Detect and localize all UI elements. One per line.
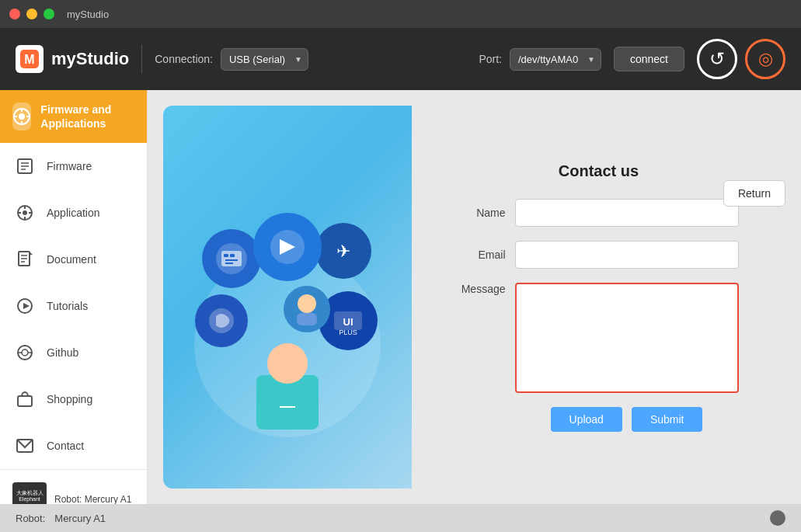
firmware-icon	[12, 154, 37, 179]
firmware-label: Firmware	[47, 160, 92, 172]
sidebar-item-document[interactable]: Document	[0, 236, 147, 283]
application-icon	[12, 200, 37, 225]
minimize-button[interactable]	[26, 9, 37, 19]
header: M myStudio Connection: USB (Serial) USB …	[0, 28, 801, 90]
port-label: Port:	[479, 53, 502, 65]
message-textarea-wrapper	[515, 283, 739, 393]
app-container: M myStudio Connection: USB (Serial) USB …	[0, 28, 801, 532]
svg-rect-37	[224, 254, 228, 257]
body-layout: Firmware and Applications Firmware	[0, 90, 801, 504]
tutorials-label: Tutorials	[47, 300, 88, 312]
contact-form-area: Contact us Name Email Message	[412, 106, 785, 489]
settings-icon: ◎	[758, 49, 773, 69]
message-row: Message	[459, 283, 739, 393]
connection-select[interactable]: USB (Serial) USB Bluetooth Network	[221, 48, 308, 71]
logo-icon: M	[16, 45, 44, 73]
card-illustration-area: —	[163, 106, 412, 489]
document-label: Document	[47, 253, 96, 266]
status-bar: Robot: Mercury A1	[0, 504, 801, 532]
sidebar-item-github[interactable]: Github	[0, 329, 147, 376]
connect-button[interactable]: connect	[614, 47, 684, 71]
github-label: Github	[47, 346, 78, 359]
email-input[interactable]	[515, 241, 739, 269]
port-area: Port: /dev/ttyAMA0 /dev/ttyUSB0 COM1 COM…	[479, 48, 601, 71]
svg-rect-54	[297, 313, 317, 325]
brand-text: 大象机器人ElephantRobotics	[16, 490, 44, 504]
sidebar: Firmware and Applications Firmware	[0, 90, 148, 504]
sidebar-item-application[interactable]: Application	[0, 190, 147, 236]
logo-area: M myStudio	[16, 45, 142, 73]
titlebar: myStudio	[0, 0, 801, 28]
application-label: Application	[47, 207, 100, 219]
sidebar-item-shopping[interactable]: Shopping	[0, 376, 147, 422]
document-icon	[12, 247, 37, 272]
return-button[interactable]: Return	[723, 180, 785, 207]
connection-area: Connection: USB (Serial) USB Bluetooth N…	[155, 48, 466, 71]
svg-point-25	[22, 349, 28, 356]
message-textarea[interactable]	[518, 286, 736, 387]
refresh-button[interactable]: ↺	[697, 39, 737, 79]
name-row: Name	[459, 199, 739, 227]
svg-point-33	[267, 343, 308, 384]
sidebar-footer: 大象机器人ElephantRobotics Robot: Mercury A1	[0, 469, 147, 504]
svg-text:M: M	[24, 53, 34, 66]
submit-button[interactable]: Submit	[632, 407, 703, 432]
email-label: Email	[459, 249, 506, 261]
header-icons: ↺ ◎	[697, 39, 785, 79]
message-label: Message	[459, 283, 506, 295]
shopping-icon	[12, 387, 37, 412]
sidebar-item-contact[interactable]: Contact	[0, 422, 147, 469]
sidebar-item-tutorials[interactable]: Tutorials	[0, 283, 147, 329]
status-indicator	[770, 510, 785, 526]
svg-rect-28	[18, 396, 32, 406]
sidebar-active-label: Firmware and Applications	[40, 103, 134, 130]
svg-text:PLUS: PLUS	[339, 329, 357, 336]
contact-label: Contact	[47, 440, 84, 452]
svg-point-53	[298, 294, 316, 313]
refresh-icon: ↺	[709, 48, 725, 70]
svg-rect-38	[230, 254, 235, 257]
svg-point-13	[23, 210, 27, 215]
robot-name: Mercury A1	[85, 494, 132, 504]
close-button[interactable]	[9, 9, 20, 19]
svg-marker-23	[23, 303, 30, 309]
content-card: —	[163, 106, 785, 489]
brand-logo: 大象机器人ElephantRobotics	[12, 482, 47, 504]
form-actions: Upload Submit	[459, 407, 739, 432]
svg-text:—: —	[280, 397, 295, 414]
svg-point-3	[19, 113, 25, 120]
contact-icon	[12, 433, 37, 458]
contact-form-title: Contact us	[459, 162, 739, 180]
main-content: —	[148, 90, 801, 504]
port-select[interactable]: /dev/ttyAMA0 /dev/ttyUSB0 COM1 COM2	[510, 48, 601, 71]
shopping-label: Shopping	[47, 393, 92, 405]
app-name: myStudio	[51, 49, 129, 69]
tutorials-icon	[12, 294, 37, 318]
svg-text:✈: ✈	[336, 242, 350, 261]
status-robot-label: Robot:	[16, 513, 45, 524]
connection-select-wrapper: USB (Serial) USB Bluetooth Network	[221, 48, 308, 71]
port-select-wrapper: /dev/ttyAMA0 /dev/ttyUSB0 COM1 COM2	[510, 48, 601, 71]
contact-form: Contact us Name Email Message	[459, 162, 739, 432]
maximize-button[interactable]	[44, 9, 54, 19]
sidebar-item-firmware-applications[interactable]: Firmware and Applications	[0, 90, 147, 143]
window-title: myStudio	[67, 9, 109, 20]
robot-info: Robot: Mercury A1	[54, 494, 131, 504]
firmware-applications-icon	[12, 103, 31, 130]
name-label: Name	[459, 207, 506, 219]
upload-button[interactable]: Upload	[551, 407, 622, 432]
robot-label: Robot:	[54, 494, 82, 504]
connection-label: Connection:	[155, 53, 213, 65]
illustration: —	[179, 121, 396, 473]
email-row: Email	[459, 241, 739, 269]
status-robot-name: Mercury A1	[54, 513, 106, 524]
svg-text:UI: UI	[343, 316, 353, 328]
name-input[interactable]	[515, 199, 739, 227]
settings-button[interactable]: ◎	[745, 39, 785, 79]
sidebar-item-firmware[interactable]: Firmware	[0, 143, 147, 190]
github-icon	[12, 340, 37, 365]
